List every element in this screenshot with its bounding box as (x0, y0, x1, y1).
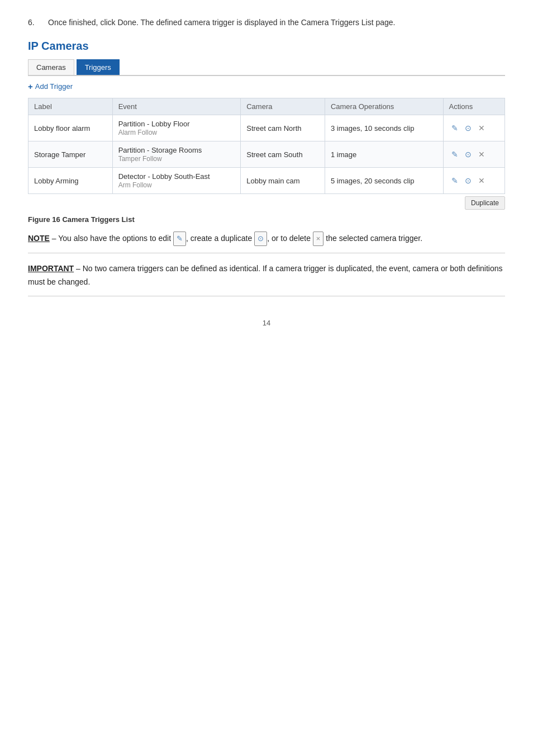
duplicate-btn-row: Duplicate (28, 194, 505, 210)
row3-event: Detector - Lobby South-East Arm Follow (112, 168, 241, 194)
row3-delete-icon[interactable]: ✕ (476, 175, 487, 186)
table-row: Lobby Arming Detector - Lobby South-East… (28, 168, 505, 194)
row1-label: Lobby floor alarm (28, 115, 113, 141)
page-number: 14 (263, 319, 270, 327)
row3-operations: 5 images, 20 seconds clip (325, 168, 443, 194)
row1-event-line2: Alarm Follow (118, 129, 157, 136)
row3-actions: ✎ ⊙ ✕ (443, 168, 505, 194)
important-block: IMPORTANT – No two camera triggers can b… (28, 262, 505, 296)
row2-label: Storage Tamper (28, 141, 113, 168)
edit-inline-icon[interactable]: ✎ (173, 231, 186, 246)
row3-duplicate-icon[interactable]: ⊙ (463, 175, 474, 186)
row2-actions: ✎ ⊙ ✕ (443, 141, 505, 168)
tab-cameras[interactable]: Cameras (28, 59, 74, 75)
important-text: – No two camera triggers can be defined … (28, 264, 503, 286)
col-event: Event (112, 98, 241, 115)
note-text-after: , or to delete (267, 234, 313, 243)
tabs-container: Cameras Triggers (28, 59, 505, 76)
tab-triggers[interactable]: Triggers (77, 59, 120, 75)
dup-inline-icon[interactable]: ⊙ (254, 231, 267, 246)
note-text-middle: , create a duplicate (186, 234, 254, 243)
del-inline-icon[interactable]: × (313, 231, 324, 246)
col-actions: Actions (443, 98, 505, 115)
note-text-end: the selected camera trigger. (323, 234, 422, 243)
row2-camera: Street cam South (241, 141, 325, 168)
figure-caption: Figure 16 Camera Triggers List (28, 215, 505, 224)
row2-event-line1: Partition - Storage Rooms (118, 146, 202, 154)
step-number: 6. (28, 17, 39, 29)
add-trigger-label: Add Trigger (35, 82, 73, 91)
plus-icon: + (28, 82, 33, 91)
table-row: Lobby floor alarm Partition - Lobby Floo… (28, 115, 505, 141)
row2-duplicate-icon[interactable]: ⊙ (463, 149, 474, 160)
row1-duplicate-icon[interactable]: ⊙ (463, 122, 474, 134)
important-label: IMPORTANT (28, 264, 74, 273)
col-operations: Camera Operations (325, 98, 443, 115)
row3-camera: Lobby main cam (241, 168, 325, 194)
note-text-before: – You also have the options to edit (50, 234, 173, 243)
row3-label: Lobby Arming (28, 168, 113, 194)
duplicate-button[interactable]: Duplicate (465, 196, 505, 210)
row1-event: Partition - Lobby Floor Alarm Follow (112, 115, 241, 141)
note-block: NOTE – You also have the options to edit… (28, 231, 505, 253)
row2-delete-icon[interactable]: ✕ (476, 149, 487, 160)
row1-delete-icon[interactable]: ✕ (476, 122, 487, 134)
row3-edit-icon[interactable]: ✎ (449, 175, 460, 186)
col-camera: Camera (241, 98, 325, 115)
row1-operations: 3 images, 10 seconds clip (325, 115, 443, 141)
section-title: IP Cameras (28, 40, 505, 53)
col-label: Label (28, 98, 113, 115)
row3-event-line1: Detector - Lobby South-East (118, 172, 210, 181)
triggers-table: Label Event Camera Camera Operations Act… (28, 98, 505, 194)
row2-operations: 1 image (325, 141, 443, 168)
page-footer: 14 (28, 319, 505, 327)
row1-camera: Street cam North (241, 115, 325, 141)
row2-event: Partition - Storage Rooms Tamper Follow (112, 141, 241, 168)
step-6: 6. Once finished, click Done. The define… (28, 17, 505, 29)
row3-event-line2: Arm Follow (118, 181, 152, 189)
row1-event-line1: Partition - Lobby Floor (118, 120, 190, 128)
row1-actions: ✎ ⊙ ✕ (443, 115, 505, 141)
row1-edit-icon[interactable]: ✎ (449, 122, 460, 134)
row2-event-line2: Tamper Follow (118, 155, 162, 163)
step-text: Once finished, click Done. The defined c… (48, 17, 396, 29)
add-trigger-button[interactable]: + Add Trigger (28, 82, 505, 91)
table-row: Storage Tamper Partition - Storage Rooms… (28, 141, 505, 168)
row2-edit-icon[interactable]: ✎ (449, 149, 460, 160)
note-label: NOTE (28, 234, 50, 243)
